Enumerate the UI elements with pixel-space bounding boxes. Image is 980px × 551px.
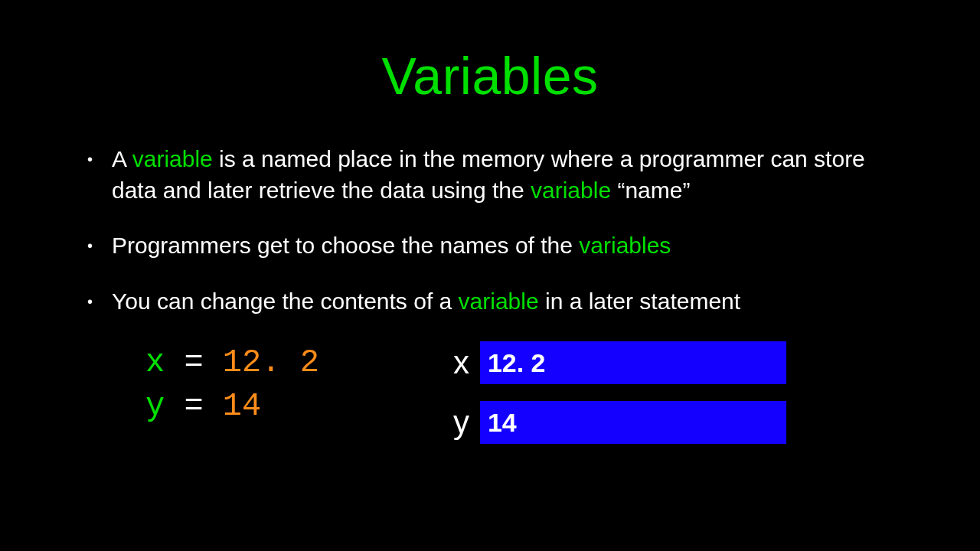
code-equals: = (165, 344, 223, 381)
code-variable: x (145, 344, 165, 381)
text: A (112, 146, 132, 171)
bullet-item: A variable is a named place in the memor… (77, 144, 903, 206)
memory-row: y 14 (442, 401, 786, 444)
memory-label: y (442, 404, 480, 441)
keyword: variables (579, 233, 671, 258)
code-equals: = (165, 388, 223, 425)
bullet-item: Programmers get to choose the names of t… (77, 230, 903, 262)
bullet-item: You can change the contents of a variabl… (77, 286, 903, 318)
text: You can change the contents of a (112, 289, 459, 314)
example-area: x = 12. 2 y = 14 x 12. 2 y 14 (77, 341, 903, 461)
code-block: x = 12. 2 y = 14 (145, 341, 319, 461)
keyword: variable (459, 289, 539, 314)
code-line: y = 14 (145, 385, 319, 429)
memory-boxes: x 12. 2 y 14 (442, 341, 786, 461)
text: “name” (611, 178, 690, 203)
keyword: variable (531, 178, 611, 203)
slide: Variables A variable is a named place in… (0, 0, 980, 551)
code-number: 14 (223, 388, 261, 425)
text: Programmers get to choose the names of t… (112, 233, 579, 258)
memory-label: x (442, 344, 480, 381)
text: in a later statement (539, 289, 740, 314)
bullet-list: A variable is a named place in the memor… (77, 144, 903, 317)
code-number: 12. 2 (223, 344, 319, 381)
code-variable: y (145, 388, 165, 425)
keyword: variable (132, 146, 213, 171)
memory-value-box: 14 (480, 401, 786, 444)
text: is a named place in the memory where a p… (112, 146, 865, 203)
slide-title: Variables (77, 46, 903, 106)
memory-value-box: 12. 2 (480, 341, 786, 384)
memory-row: x 12. 2 (442, 341, 786, 384)
code-line: x = 12. 2 (145, 341, 319, 385)
